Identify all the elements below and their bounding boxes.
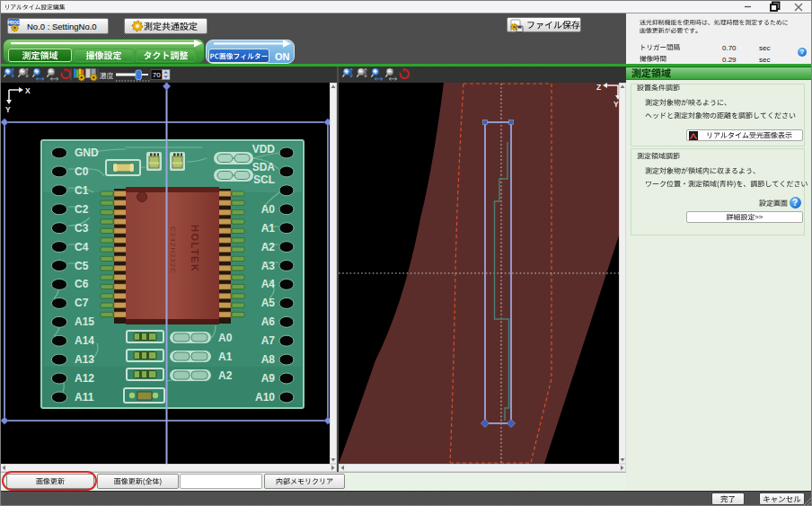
svg-text:PROG: PROG: [7, 21, 20, 25]
